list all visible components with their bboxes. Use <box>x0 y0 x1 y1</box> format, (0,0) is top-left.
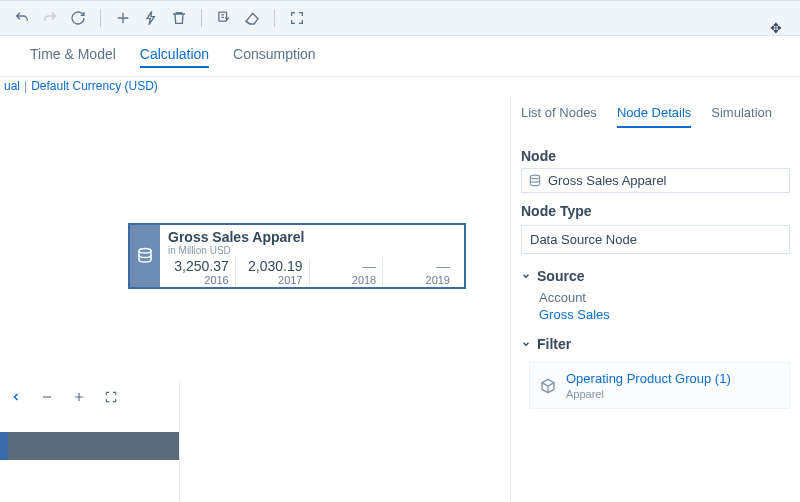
node-year: 2016 <box>168 274 229 286</box>
undo-button[interactable] <box>8 4 36 32</box>
zoom-out-button[interactable] <box>40 390 54 404</box>
refresh-button[interactable] <box>64 4 92 32</box>
node-canvas[interactable]: Gross Sales Apparel in Million USD 3,250… <box>0 95 510 502</box>
svg-point-1 <box>139 249 151 254</box>
collapse-button[interactable] <box>10 391 22 403</box>
workspace-tabs: Time & Model Calculation Consumption <box>0 36 800 77</box>
source-section-body: Account Gross Sales <box>521 284 790 322</box>
node-card-body: Gross Sales Apparel in Million USD 3,250… <box>160 225 464 287</box>
copy-menu-button[interactable] <box>210 4 238 32</box>
filter-item-title: Operating Product Group (1) <box>566 371 731 386</box>
node-type-field[interactable]: Data Source Node <box>521 225 790 254</box>
tab-list-of-nodes[interactable]: List of Nodes <box>521 105 597 128</box>
chevron-down-icon <box>521 271 531 281</box>
minimap-panel <box>0 382 180 502</box>
tab-calculation[interactable]: Calculation <box>140 46 209 68</box>
filter-item-subtitle: Apparel <box>566 388 731 400</box>
minimap-viewport[interactable] <box>0 432 8 460</box>
main-area: Gross Sales Apparel in Million USD 3,250… <box>0 95 800 502</box>
node-year: 2019 <box>389 274 450 286</box>
side-panel-tabs: List of Nodes Node Details Simulation <box>521 103 790 138</box>
side-panel: ✥ List of Nodes Node Details Simulation … <box>510 95 800 502</box>
main-toolbar <box>0 0 800 36</box>
database-icon <box>136 247 154 265</box>
add-button[interactable] <box>109 4 137 32</box>
tab-node-details[interactable]: Node Details <box>617 105 691 128</box>
database-icon <box>528 174 542 188</box>
minimap-toolbar <box>0 382 179 412</box>
breadcrumb: ual | Default Currency (USD) <box>0 77 800 95</box>
node-year: 2017 <box>242 274 303 286</box>
node-card-values: 3,250.372016 2,030.192017 —2018 —2019 <box>168 258 456 286</box>
filter-section-label: Filter <box>537 336 571 352</box>
separator <box>201 9 202 27</box>
minimap-chart[interactable] <box>0 432 179 460</box>
account-label: Account <box>539 290 790 305</box>
account-link[interactable]: Gross Sales <box>539 307 790 322</box>
fullscreen-button[interactable] <box>104 390 118 404</box>
node-card-subtitle: in Million USD <box>168 245 456 256</box>
node-value: 3,250.37 <box>168 258 229 274</box>
minimap-bar <box>0 432 179 460</box>
filter-item[interactable]: Operating Product Group (1) Apparel <box>529 362 790 409</box>
redo-button[interactable] <box>36 4 64 32</box>
delete-button[interactable] <box>165 4 193 32</box>
node-section-label: Node <box>521 148 790 164</box>
source-section-header[interactable]: Source <box>521 268 790 284</box>
svg-point-2 <box>530 175 539 179</box>
node-card-title: Gross Sales Apparel <box>168 229 456 245</box>
tab-consumption[interactable]: Consumption <box>233 46 316 68</box>
node-card-handle[interactable] <box>130 225 160 287</box>
separator <box>274 9 275 27</box>
node-value: 2,030.19 <box>242 258 303 274</box>
tab-time-model[interactable]: Time & Model <box>30 46 116 68</box>
node-type-label: Node Type <box>521 203 790 219</box>
cube-icon <box>540 378 556 394</box>
node-value: — <box>389 258 450 274</box>
node-name-field[interactable]: Gross Sales Apparel <box>521 168 790 193</box>
separator <box>100 9 101 27</box>
fit-button[interactable] <box>283 4 311 32</box>
spark-button[interactable] <box>137 4 165 32</box>
node-name-value: Gross Sales Apparel <box>548 173 667 188</box>
zoom-in-button[interactable] <box>72 390 86 404</box>
tab-simulation[interactable]: Simulation <box>711 105 772 128</box>
chevron-down-icon <box>521 339 531 349</box>
breadcrumb-item[interactable]: Default Currency (USD) <box>31 79 158 93</box>
eraser-button[interactable] <box>238 4 266 32</box>
node-value: — <box>316 258 377 274</box>
breadcrumb-item[interactable]: ual <box>4 79 20 93</box>
filter-section-header[interactable]: Filter <box>521 336 790 352</box>
node-card[interactable]: Gross Sales Apparel in Million USD 3,250… <box>128 223 466 289</box>
node-year: 2018 <box>316 274 377 286</box>
source-section-label: Source <box>537 268 584 284</box>
breadcrumb-separator: | <box>24 79 27 93</box>
